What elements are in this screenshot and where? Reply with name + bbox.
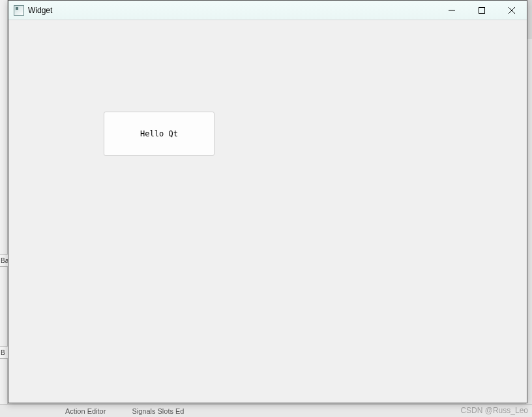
backdrop-left-strip xyxy=(0,0,8,405)
backdrop-bottom-text-2: Signals Slots Ed xyxy=(132,407,184,415)
backdrop-left-cell-2: B xyxy=(0,346,8,359)
app-window: Widget Hello Qt xyxy=(8,0,527,403)
window-title: Widget xyxy=(28,6,52,15)
maximize-button[interactable] xyxy=(467,1,497,20)
minimize-icon xyxy=(449,7,455,14)
minimize-button[interactable] xyxy=(437,1,467,20)
close-icon xyxy=(509,7,515,14)
hello-button[interactable]: Hello Qt xyxy=(104,112,214,156)
backdrop-bottom-text-1: Action Editor xyxy=(65,407,106,415)
svg-rect-1 xyxy=(479,8,485,14)
titlebar[interactable]: Widget xyxy=(8,1,527,20)
backdrop-left-cell-1: Ba xyxy=(0,254,8,267)
backdrop-bottom-bar: Action Editor Signals Slots Ed xyxy=(0,404,532,417)
close-button[interactable] xyxy=(497,1,527,20)
client-area: Hello Qt xyxy=(8,20,527,403)
app-icon xyxy=(14,5,24,16)
maximize-icon xyxy=(479,7,485,14)
window-controls xyxy=(437,1,527,20)
